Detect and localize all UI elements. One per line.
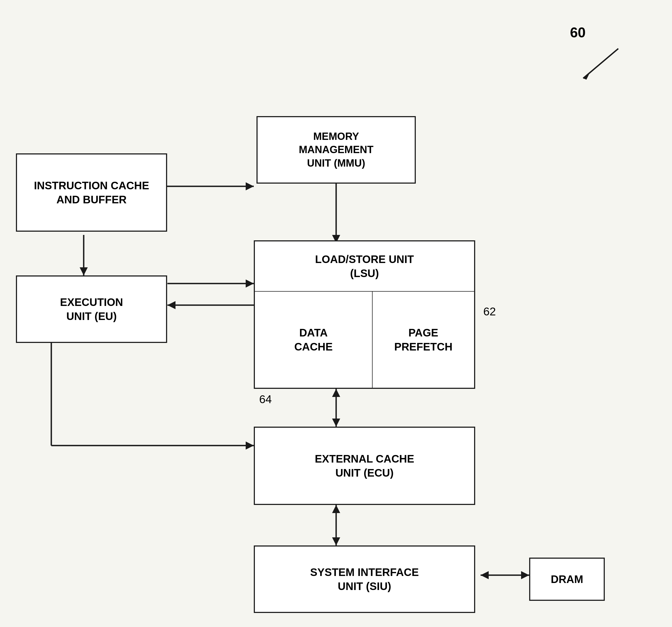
svg-marker-15 — [332, 389, 340, 397]
dram-box: DRAM — [529, 558, 605, 601]
svg-marker-14 — [332, 418, 340, 427]
svg-line-0 — [583, 49, 618, 78]
label-62: 62 — [483, 305, 496, 318]
page-prefetch-box: PAGEPREFETCH — [373, 292, 475, 389]
label-64: 64 — [259, 393, 272, 406]
svg-marker-10 — [246, 280, 254, 288]
svg-marker-1 — [583, 72, 590, 80]
data-cache-box: DATACACHE — [254, 292, 373, 389]
svg-marker-24 — [481, 571, 489, 579]
system-interface-box: SYSTEM INTERFACEUNIT (SIU) — [254, 546, 475, 613]
load-store-box: LOAD/STORE UNIT(LSU) — [254, 240, 475, 292]
svg-marker-18 — [246, 441, 254, 450]
diagram-container: 60 — [0, 0, 672, 627]
instruction-cache-box: INSTRUCTION CACHEAND BUFFER — [16, 153, 167, 232]
execution-unit-box: EXECUTIONUNIT (EU) — [16, 275, 167, 343]
svg-marker-8 — [80, 267, 88, 275]
mmu-box: MEMORYMANAGEMENTUNIT (MMU) — [257, 116, 416, 184]
external-cache-box: EXTERNAL CACHEUNIT (ECU) — [254, 427, 475, 505]
svg-marker-12 — [167, 301, 175, 309]
svg-marker-20 — [332, 537, 340, 546]
svg-marker-6 — [246, 182, 254, 190]
svg-marker-21 — [332, 505, 340, 513]
figure-number: 60 — [570, 24, 585, 41]
svg-marker-23 — [521, 571, 529, 579]
